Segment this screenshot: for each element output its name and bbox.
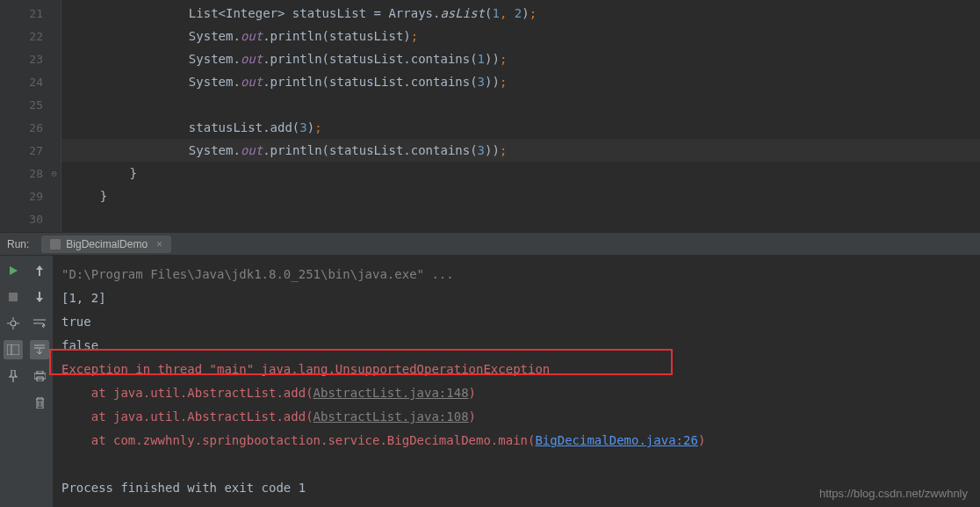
run-panel-header: Run: BigDecimalDemo × [0,232,980,256]
code-line: } [61,162,980,185]
editor-gutter: 21 22 23 24 25 26 27 28⊖ 29 30 [0,0,61,232]
line-number: 25 [0,93,61,116]
run-label: Run: [7,238,29,250]
line-number: 23 [0,47,61,70]
console-exception: Exception in thread "main" java.lang.Uns… [61,358,971,381]
svg-rect-12 [34,373,46,379]
line-number: 22 [0,25,61,47]
code-line: System.out.println(statusList); [61,25,980,47]
line-number: 27 [0,139,61,162]
editor-pane: 21 22 23 24 25 26 27 28⊖ 29 30 List<Inte… [0,0,980,232]
run-tab-label: BigDecimalDemo [66,238,148,250]
down-arrow-icon[interactable] [30,287,49,307]
console-command: "D:\Program Files\Java\jdk1.8.0_251\bin\… [61,263,971,286]
print-button[interactable] [30,366,49,386]
line-number: 29 [0,185,61,207]
console-stdout: [1, 2] [61,286,971,310]
run-toolbar-left [0,256,26,507]
code-line [61,207,980,230]
svg-point-0 [11,321,16,326]
up-arrow-icon[interactable] [30,261,49,280]
fold-icon[interactable]: ⊖ [51,168,57,179]
code-line: List<Integer> statusList = Arrays.asList… [61,2,980,25]
svg-rect-5 [7,344,19,355]
stacktrace-link[interactable]: AbstractList.java:148 [313,381,469,405]
code-line: statusList.add(3); [61,116,980,139]
code-area[interactable]: List<Integer> statusList = Arrays.asList… [61,0,980,232]
close-icon[interactable]: × [156,238,162,250]
code-line: } [61,185,980,207]
soft-wrap-button[interactable] [30,314,49,333]
console-stacktrace: at java.util.AbstractList.add(AbstractLi… [61,381,971,405]
console-stdout: true [61,310,971,334]
line-number: 28⊖ [0,162,61,185]
scroll-to-end-button[interactable] [30,340,49,359]
line-number: 21 [0,2,61,25]
stop-button[interactable] [4,287,23,307]
rerun-button[interactable] [4,261,23,280]
line-number: 26 [0,116,61,139]
console-empty [61,453,971,476]
stacktrace-link[interactable]: AbstractList.java:108 [313,405,469,429]
console-stacktrace: at com.zwwhnly.springbootaction.service.… [61,429,971,453]
code-line: System.out.println(statusList.contains(3… [61,70,980,93]
stacktrace-link[interactable]: BigDecimalDemo.java:26 [535,429,697,453]
code-line-current: System.out.println(statusList.contains(3… [61,139,980,162]
line-number: 30 [0,207,61,230]
line-number: 24 [0,70,61,93]
console-container: "D:\Program Files\Java\jdk1.8.0_251\bin\… [0,256,980,507]
console-output[interactable]: "D:\Program Files\Java\jdk1.8.0_251\bin\… [53,256,980,507]
run-tab[interactable]: BigDecimalDemo × [41,235,171,253]
run-config-icon [50,239,61,250]
trash-button[interactable] [30,393,49,412]
debug-button[interactable] [4,314,23,333]
code-line: System.out.println(statusList.contains(1… [61,47,980,70]
code-line [61,93,980,116]
watermark: https://blog.csdn.net/zwwhnly [819,487,968,500]
run-toolbar-right [26,256,53,507]
console-stdout: false [61,334,971,358]
console-stacktrace: at java.util.AbstractList.add(AbstractLi… [61,405,971,429]
layout-button[interactable] [4,340,23,359]
pin-button[interactable] [4,366,23,386]
